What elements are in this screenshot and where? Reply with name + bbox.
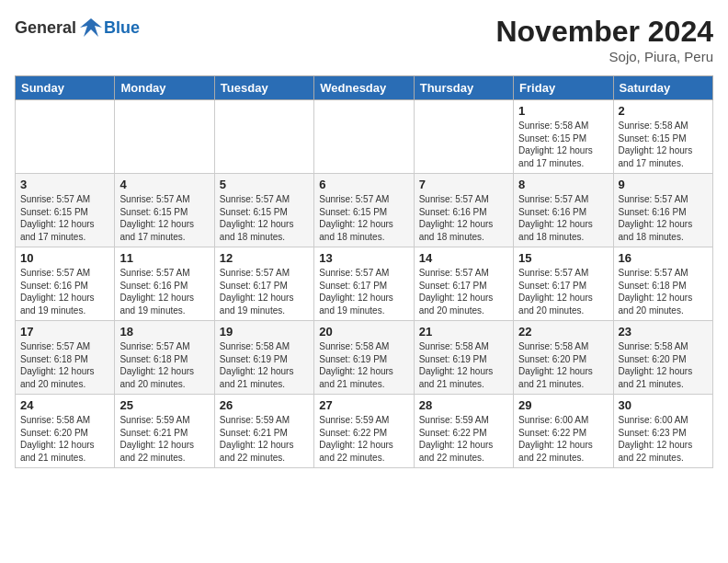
day-number: 6: [319, 178, 408, 191]
calendar-cell: 14Sunrise: 5:57 AM Sunset: 6:17 PM Dayli…: [414, 247, 513, 321]
day-detail: Sunrise: 5:57 AM Sunset: 6:17 PM Dayligh…: [419, 267, 508, 316]
calendar-cell: [115, 100, 214, 174]
calendar-cell: 18Sunrise: 5:57 AM Sunset: 6:18 PM Dayli…: [115, 321, 214, 395]
day-detail: Sunrise: 5:57 AM Sunset: 6:16 PM Dayligh…: [518, 193, 608, 243]
day-detail: Sunrise: 5:58 AM Sunset: 6:19 PM Dayligh…: [319, 340, 408, 390]
day-number: 13: [319, 251, 408, 265]
day-number: 22: [518, 325, 608, 339]
calendar-cell: 10Sunrise: 5:57 AM Sunset: 6:16 PM Dayli…: [16, 247, 115, 321]
calendar-cell: 19Sunrise: 5:58 AM Sunset: 6:19 PM Dayli…: [214, 321, 313, 395]
day-detail: Sunrise: 5:57 AM Sunset: 6:16 PM Dayligh…: [419, 193, 508, 243]
day-number: 29: [518, 398, 608, 412]
col-header-saturday: Saturday: [613, 76, 712, 100]
day-number: 11: [119, 251, 209, 265]
day-detail: Sunrise: 5:57 AM Sunset: 6:17 PM Dayligh…: [518, 267, 608, 316]
calendar-cell: 22Sunrise: 5:58 AM Sunset: 6:20 PM Dayli…: [514, 321, 613, 395]
calendar-cell: 6Sunrise: 5:57 AM Sunset: 6:15 PM Daylig…: [314, 174, 414, 247]
day-number: 3: [20, 178, 109, 191]
calendar-week-row: 3Sunrise: 5:57 AM Sunset: 6:15 PM Daylig…: [16, 174, 713, 247]
calendar-cell: 30Sunrise: 6:00 AM Sunset: 6:23 PM Dayli…: [613, 395, 712, 468]
day-detail: Sunrise: 5:57 AM Sunset: 6:16 PM Dayligh…: [619, 193, 708, 243]
col-header-thursday: Thursday: [414, 76, 513, 100]
day-number: 7: [419, 178, 508, 191]
calendar-cell: 26Sunrise: 5:59 AM Sunset: 6:21 PM Dayli…: [214, 395, 313, 468]
day-detail: Sunrise: 5:57 AM Sunset: 6:15 PM Dayligh…: [20, 193, 109, 243]
day-detail: Sunrise: 5:57 AM Sunset: 6:15 PM Dayligh…: [220, 193, 309, 243]
day-number: 23: [619, 325, 708, 339]
col-header-friday: Friday: [514, 76, 613, 100]
day-number: 10: [20, 251, 109, 265]
col-header-tuesday: Tuesday: [214, 76, 313, 100]
col-header-monday: Monday: [115, 76, 214, 100]
calendar-cell: [414, 100, 513, 174]
day-detail: Sunrise: 5:59 AM Sunset: 6:22 PM Dayligh…: [319, 414, 408, 464]
day-detail: Sunrise: 5:58 AM Sunset: 6:20 PM Dayligh…: [518, 340, 608, 390]
day-number: 24: [20, 398, 109, 412]
day-number: 19: [220, 325, 309, 339]
calendar-cell: 3Sunrise: 5:57 AM Sunset: 6:15 PM Daylig…: [16, 174, 115, 247]
day-detail: Sunrise: 5:58 AM Sunset: 6:20 PM Dayligh…: [20, 414, 109, 464]
day-detail: Sunrise: 5:57 AM Sunset: 6:17 PM Dayligh…: [220, 267, 309, 316]
calendar-cell: 2Sunrise: 5:58 AM Sunset: 6:15 PM Daylig…: [613, 100, 712, 174]
day-number: 25: [119, 398, 209, 412]
day-number: 27: [319, 398, 408, 412]
day-detail: Sunrise: 5:57 AM Sunset: 6:15 PM Dayligh…: [319, 193, 408, 243]
calendar-cell: 20Sunrise: 5:58 AM Sunset: 6:19 PM Dayli…: [314, 321, 414, 395]
calendar-cell: 13Sunrise: 5:57 AM Sunset: 6:17 PM Dayli…: [314, 247, 414, 321]
col-header-sunday: Sunday: [16, 76, 115, 100]
day-detail: Sunrise: 5:58 AM Sunset: 6:19 PM Dayligh…: [220, 340, 309, 390]
day-number: 26: [220, 398, 309, 412]
day-detail: Sunrise: 5:57 AM Sunset: 6:16 PM Dayligh…: [20, 267, 109, 316]
calendar-cell: 23Sunrise: 5:58 AM Sunset: 6:20 PM Dayli…: [613, 321, 712, 395]
day-number: 8: [518, 178, 608, 191]
calendar-week-row: 10Sunrise: 5:57 AM Sunset: 6:16 PM Dayli…: [16, 247, 713, 321]
day-detail: Sunrise: 6:00 AM Sunset: 6:22 PM Dayligh…: [518, 414, 608, 464]
month-title: November 2024: [495, 15, 713, 49]
calendar-cell: 4Sunrise: 5:57 AM Sunset: 6:15 PM Daylig…: [115, 174, 214, 247]
day-detail: Sunrise: 5:58 AM Sunset: 6:19 PM Dayligh…: [419, 340, 508, 390]
calendar-week-row: 1Sunrise: 5:58 AM Sunset: 6:15 PM Daylig…: [16, 100, 713, 174]
calendar-cell: 28Sunrise: 5:59 AM Sunset: 6:22 PM Dayli…: [414, 395, 513, 468]
calendar-body: 1Sunrise: 5:58 AM Sunset: 6:15 PM Daylig…: [16, 100, 713, 468]
calendar-cell: 7Sunrise: 5:57 AM Sunset: 6:16 PM Daylig…: [414, 174, 513, 247]
calendar-cell: 15Sunrise: 5:57 AM Sunset: 6:17 PM Dayli…: [514, 247, 613, 321]
day-number: 15: [518, 251, 608, 265]
day-number: 20: [319, 325, 408, 339]
calendar-cell: 11Sunrise: 5:57 AM Sunset: 6:16 PM Dayli…: [115, 247, 214, 321]
day-detail: Sunrise: 5:57 AM Sunset: 6:18 PM Dayligh…: [619, 267, 708, 316]
day-detail: Sunrise: 5:58 AM Sunset: 6:15 PM Dayligh…: [518, 120, 608, 169]
day-number: 18: [119, 325, 209, 339]
col-header-wednesday: Wednesday: [314, 76, 414, 100]
day-detail: Sunrise: 5:59 AM Sunset: 6:21 PM Dayligh…: [119, 414, 209, 464]
calendar-cell: 21Sunrise: 5:58 AM Sunset: 6:19 PM Dayli…: [414, 321, 513, 395]
day-number: 14: [419, 251, 508, 265]
day-number: 28: [419, 398, 508, 412]
calendar-cell: [16, 100, 115, 174]
day-detail: Sunrise: 6:00 AM Sunset: 6:23 PM Dayligh…: [619, 414, 708, 464]
day-number: 12: [220, 251, 309, 265]
calendar-week-row: 24Sunrise: 5:58 AM Sunset: 6:20 PM Dayli…: [16, 395, 713, 468]
day-number: 2: [619, 104, 708, 118]
page-header: General Blue November 2024 Sojo, Piura, …: [15, 15, 713, 64]
day-detail: Sunrise: 5:57 AM Sunset: 6:18 PM Dayligh…: [20, 340, 109, 390]
day-detail: Sunrise: 5:59 AM Sunset: 6:22 PM Dayligh…: [419, 414, 508, 464]
location-subtitle: Sojo, Piura, Peru: [495, 49, 713, 64]
logo-bird-icon: [78, 15, 104, 40]
day-detail: Sunrise: 5:57 AM Sunset: 6:17 PM Dayligh…: [319, 267, 408, 316]
calendar-cell: 16Sunrise: 5:57 AM Sunset: 6:18 PM Dayli…: [613, 247, 712, 321]
day-number: 16: [619, 251, 708, 265]
day-detail: Sunrise: 5:57 AM Sunset: 6:18 PM Dayligh…: [119, 340, 209, 390]
calendar-header: SundayMondayTuesdayWednesdayThursdayFrid…: [16, 76, 713, 100]
day-detail: Sunrise: 5:59 AM Sunset: 6:21 PM Dayligh…: [220, 414, 309, 464]
svg-marker-0: [80, 18, 102, 37]
logo: General Blue: [15, 15, 140, 40]
calendar-cell: 29Sunrise: 6:00 AM Sunset: 6:22 PM Dayli…: [514, 395, 613, 468]
calendar-cell: 1Sunrise: 5:58 AM Sunset: 6:15 PM Daylig…: [514, 100, 613, 174]
calendar-cell: 17Sunrise: 5:57 AM Sunset: 6:18 PM Dayli…: [16, 321, 115, 395]
title-block: November 2024 Sojo, Piura, Peru: [495, 15, 713, 64]
calendar-week-row: 17Sunrise: 5:57 AM Sunset: 6:18 PM Dayli…: [16, 321, 713, 395]
day-number: 30: [619, 398, 708, 412]
calendar-table: SundayMondayTuesdayWednesdayThursdayFrid…: [15, 75, 713, 468]
logo-general-text: General: [15, 18, 76, 38]
calendar-cell: 24Sunrise: 5:58 AM Sunset: 6:20 PM Dayli…: [16, 395, 115, 468]
